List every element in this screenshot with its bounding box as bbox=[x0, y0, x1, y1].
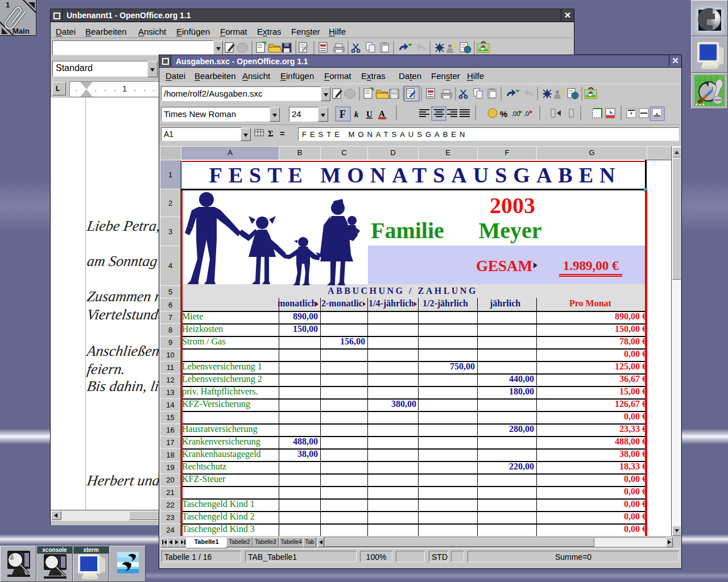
svg-text:F: F bbox=[340, 109, 346, 120]
svg-text:k: k bbox=[354, 110, 359, 119]
svg-text:,00: ,00 bbox=[511, 110, 520, 117]
svg-text:=: = bbox=[280, 128, 285, 138]
svg-text:Main: Main bbox=[13, 27, 30, 35]
svg-text:1: 1 bbox=[6, 1, 10, 9]
svg-text:A: A bbox=[379, 109, 385, 118]
svg-text:,0: ,0 bbox=[524, 110, 529, 117]
svg-text:U: U bbox=[366, 110, 373, 119]
svg-text:%: % bbox=[500, 109, 507, 119]
svg-text:Σ: Σ bbox=[268, 129, 274, 138]
